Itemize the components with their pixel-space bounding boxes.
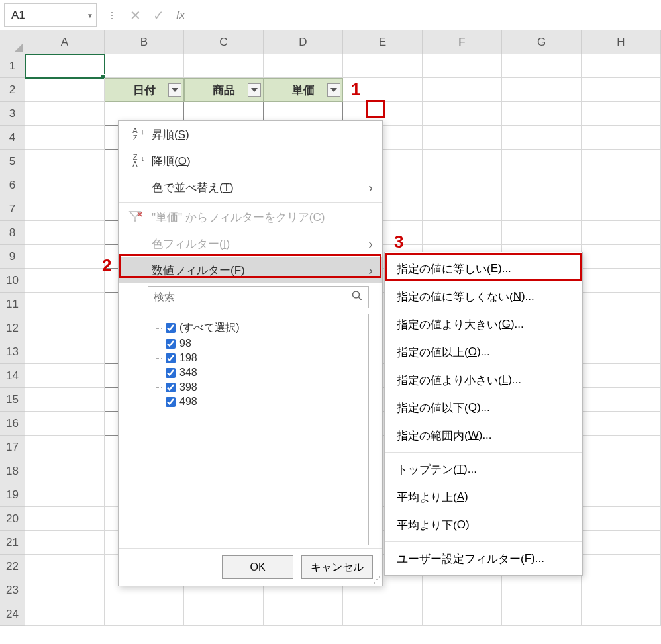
cell[interactable] xyxy=(582,555,661,578)
table-header-product[interactable]: 商品 xyxy=(184,78,264,102)
table-header-date[interactable]: 日付 xyxy=(105,78,184,102)
sub-top10[interactable]: トップテン(T)... xyxy=(385,455,582,483)
cancel-icon[interactable]: ✕ xyxy=(130,7,141,23)
row-header[interactable]: 19 xyxy=(0,483,25,507)
row-header[interactable]: 17 xyxy=(0,436,25,459)
checkbox[interactable] xyxy=(166,383,176,392)
cell[interactable] xyxy=(582,459,661,483)
checkbox[interactable] xyxy=(166,339,176,349)
cell[interactable] xyxy=(582,364,661,388)
col-header[interactable]: F xyxy=(423,30,502,54)
collapse-icon[interactable]: ⋮ xyxy=(101,10,123,21)
cell[interactable] xyxy=(423,221,502,245)
check-item[interactable]: 98 xyxy=(154,336,363,351)
sub-above-avg[interactable]: 平均より上(A) xyxy=(385,483,582,511)
cell[interactable] xyxy=(423,578,502,602)
check-item[interactable]: 498 xyxy=(154,394,363,409)
cell[interactable] xyxy=(502,578,582,602)
sub-not-equal[interactable]: 指定の値に等しくない(N)... xyxy=(385,283,582,310)
cell[interactable] xyxy=(502,150,582,173)
cell[interactable] xyxy=(25,436,105,459)
fx-icon[interactable]: fx xyxy=(176,9,185,22)
confirm-icon[interactable]: ✓ xyxy=(153,7,164,23)
cancel-button[interactable]: キャンセル xyxy=(301,555,373,579)
sub-greater[interactable]: 指定の値より大きい(G)... xyxy=(385,310,582,338)
cell[interactable] xyxy=(582,54,661,78)
sub-between[interactable]: 指定の範囲内(W)... xyxy=(385,422,582,449)
ok-button[interactable]: OK xyxy=(222,555,293,579)
row-header[interactable]: 10 xyxy=(0,269,25,293)
row-header[interactable]: 12 xyxy=(0,316,25,340)
cell[interactable] xyxy=(582,388,661,412)
check-item[interactable]: 348 xyxy=(154,365,363,380)
cell[interactable] xyxy=(25,197,105,221)
name-box[interactable]: A1 ▼ xyxy=(4,3,97,27)
cell[interactable] xyxy=(25,221,105,245)
cell[interactable] xyxy=(582,269,661,293)
row-header[interactable]: 6 xyxy=(0,173,25,197)
cell[interactable] xyxy=(264,602,343,626)
cell[interactable] xyxy=(25,316,105,340)
cell[interactable] xyxy=(582,150,661,173)
cell[interactable] xyxy=(582,316,661,340)
cell[interactable] xyxy=(423,602,502,626)
checkbox[interactable] xyxy=(166,353,176,363)
sort-asc-item[interactable]: AZ↓ 昇順(S) xyxy=(119,121,382,148)
namebox-dropdown-icon[interactable]: ▼ xyxy=(87,11,93,19)
col-header[interactable]: E xyxy=(343,30,423,54)
cell[interactable] xyxy=(343,602,423,626)
check-item[interactable]: 398 xyxy=(154,380,363,394)
row-header[interactable]: 14 xyxy=(0,364,25,388)
cell[interactable] xyxy=(423,150,502,173)
cell[interactable] xyxy=(25,412,105,436)
filter-dropdown-icon[interactable] xyxy=(248,83,261,97)
cell[interactable] xyxy=(343,54,423,78)
filter-dropdown-icon[interactable] xyxy=(168,83,181,97)
cell[interactable] xyxy=(25,555,105,578)
cell[interactable] xyxy=(502,54,582,78)
row-header[interactable]: 23 xyxy=(0,578,25,602)
cell[interactable] xyxy=(582,173,661,197)
row-header[interactable]: 1 xyxy=(0,54,25,78)
col-header[interactable]: C xyxy=(184,30,264,54)
cell[interactable] xyxy=(502,78,582,102)
cell[interactable] xyxy=(25,531,105,555)
cell[interactable] xyxy=(423,102,502,126)
row-header[interactable]: 15 xyxy=(0,388,25,412)
cell[interactable] xyxy=(582,245,661,269)
cell[interactable] xyxy=(502,221,582,245)
row-header[interactable]: 4 xyxy=(0,126,25,150)
cell[interactable] xyxy=(184,602,264,626)
sub-below-avg[interactable]: 平均より下(O) xyxy=(385,511,582,539)
cell[interactable] xyxy=(25,150,105,173)
cell[interactable] xyxy=(25,483,105,507)
checkbox[interactable] xyxy=(166,397,176,407)
resize-grip-icon[interactable]: ⋰ xyxy=(373,575,381,584)
checkbox[interactable] xyxy=(166,323,176,333)
select-all-corner[interactable] xyxy=(0,30,25,54)
cell[interactable] xyxy=(423,78,502,102)
sub-less[interactable]: 指定の値より小さい(L)... xyxy=(385,366,582,394)
sub-greater-eq[interactable]: 指定の値以上(O)... xyxy=(385,338,582,366)
cell[interactable] xyxy=(25,578,105,602)
row-header[interactable]: 16 xyxy=(0,412,25,436)
filter-search-input[interactable] xyxy=(148,286,369,308)
check-item[interactable]: 198 xyxy=(154,351,363,365)
check-item-all[interactable]: (すべて選択) xyxy=(154,320,363,336)
cell[interactable] xyxy=(502,173,582,197)
row-header[interactable]: 22 xyxy=(0,555,25,578)
cell[interactable] xyxy=(25,173,105,197)
cell[interactable] xyxy=(25,269,105,293)
cell[interactable] xyxy=(502,197,582,221)
cell[interactable] xyxy=(582,340,661,364)
cell[interactable] xyxy=(582,78,661,102)
row-header[interactable]: 18 xyxy=(0,459,25,483)
cell[interactable] xyxy=(25,459,105,483)
row-header[interactable]: 9 xyxy=(0,245,25,269)
filter-dropdown-icon[interactable] xyxy=(327,83,340,97)
cell[interactable] xyxy=(25,388,105,412)
col-header[interactable]: D xyxy=(264,30,343,54)
cell[interactable] xyxy=(105,602,184,626)
col-header[interactable]: B xyxy=(105,30,184,54)
cell[interactable] xyxy=(582,412,661,436)
